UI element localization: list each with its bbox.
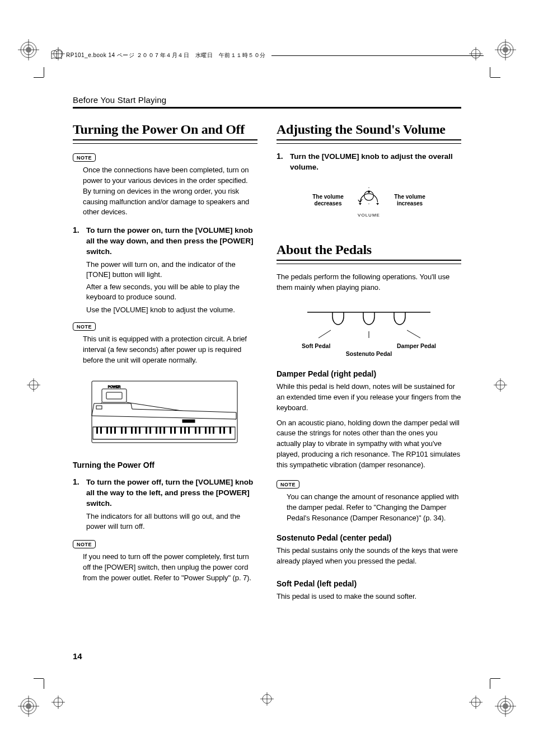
- svg-rect-51: [213, 427, 214, 434]
- damper-text: On an acoustic piano, holding down the d…: [277, 418, 461, 471]
- step-number: 1.: [73, 226, 82, 315]
- file-header-rule: [271, 55, 484, 56]
- crop-tick-icon: [490, 679, 500, 689]
- crop-cross-icon: [494, 378, 507, 392]
- heading-rule: [277, 260, 461, 264]
- svg-rect-41: [163, 427, 165, 434]
- svg-rect-49: [205, 427, 207, 434]
- volume-increase-label: The volume increases: [388, 194, 432, 207]
- step-bold: To turn the power off, turn the [VOLUME]…: [86, 477, 257, 509]
- svg-rect-48: [199, 427, 200, 434]
- book-icon: [50, 50, 63, 60]
- svg-point-60: [368, 203, 369, 204]
- pedal-intro: The pedals perform the following operati…: [277, 272, 461, 293]
- registration-mark-tl: [18, 39, 39, 60]
- svg-point-56: [368, 191, 370, 192]
- file-header-text: RP101_e.book 14 ページ ２００７年４月４日 水曜日 午前１１時５…: [66, 51, 266, 59]
- svg-rect-37: [146, 427, 147, 434]
- svg-rect-47: [195, 427, 196, 434]
- svg-point-8: [26, 703, 31, 709]
- crop-tick-icon: [490, 67, 500, 77]
- volume-decrease-label: The volume decreases: [306, 194, 350, 207]
- sostenuto-heading: Sostenuto Pedal (center pedal): [277, 533, 461, 542]
- svg-rect-44: [180, 427, 182, 434]
- crop-cross-icon: [51, 696, 65, 709]
- pedal-figure: Soft Pedal Damper Pedal Sostenuto Pedal: [277, 301, 461, 357]
- soft-pedal-label: Soft Pedal: [302, 342, 330, 349]
- step-text: Use the [VOLUME] knob to adjust the volu…: [86, 305, 257, 315]
- sostenuto-text: This pedal sustains only the sounds of t…: [277, 546, 461, 567]
- volume-caption: VOLUME: [355, 213, 382, 218]
- svg-rect-27: [96, 427, 98, 434]
- svg-line-63: [407, 330, 420, 338]
- page-number: 14: [73, 651, 82, 661]
- registration-mark-tr: [495, 39, 516, 60]
- step-number: 1.: [73, 477, 82, 532]
- note-label: NOTE: [73, 322, 96, 331]
- step-number: 1.: [277, 152, 285, 173]
- svg-rect-21: [106, 392, 122, 399]
- note-body: This unit is equipped with a protection …: [73, 334, 257, 366]
- crop-cross-icon: [260, 692, 274, 706]
- svg-point-2: [26, 47, 31, 53]
- subheading-off: Turning the Power Off: [73, 461, 257, 469]
- damper-text: While this pedal is held down, notes wil…: [277, 382, 461, 414]
- svg-rect-40: [160, 427, 161, 434]
- svg-point-59: [368, 187, 369, 188]
- svg-rect-31: [114, 427, 116, 434]
- step-bold: To turn the power on, turn the [VOLUME] …: [86, 226, 257, 257]
- soft-text: This pedal is used to make the sound sof…: [277, 591, 461, 602]
- svg-line-62: [318, 330, 331, 338]
- svg-point-11: [503, 703, 508, 709]
- step-text: After a few seconds, you will be able to…: [86, 282, 257, 302]
- soft-heading: Soft Pedal (left pedal): [277, 579, 461, 588]
- svg-marker-57: [359, 203, 362, 205]
- crop-cross-icon: [27, 378, 40, 392]
- svg-rect-42: [170, 427, 172, 434]
- svg-rect-36: [139, 427, 140, 434]
- heading-pedals: About the Pedals: [277, 242, 461, 257]
- svg-rect-29: [106, 427, 108, 434]
- volume-knob-icon: [355, 183, 382, 210]
- volume-figure: The volume decreases: [277, 183, 461, 218]
- note-body: Once the connections have been completed…: [73, 165, 257, 218]
- step-text: The power will turn on, and the indicato…: [86, 260, 257, 280]
- step-bold: Turn the [VOLUME] knob to adjust the ove…: [290, 152, 461, 173]
- heading-volume: Adjusting the Sound's Volume: [277, 122, 461, 137]
- note-label: NOTE: [277, 480, 299, 489]
- svg-rect-38: [149, 427, 151, 434]
- svg-rect-39: [156, 427, 157, 434]
- heading-power: Turning the Power On and Off: [73, 122, 257, 137]
- heading-rule: [277, 139, 461, 144]
- left-column: Turning the Power On and Off NOTE Once t…: [73, 122, 257, 607]
- note-label: NOTE: [73, 540, 96, 548]
- note-body: If you need to turn off the power comple…: [73, 552, 257, 584]
- step-text: The indicators for all buttons will go o…: [86, 511, 257, 532]
- svg-rect-23: [182, 420, 195, 422]
- svg-point-5: [503, 47, 508, 53]
- power-figure: POWER: [86, 375, 257, 448]
- svg-rect-34: [131, 427, 133, 434]
- svg-rect-46: [188, 427, 190, 434]
- registration-mark-br: [495, 696, 516, 717]
- svg-rect-30: [110, 427, 112, 434]
- svg-rect-53: [223, 427, 225, 434]
- svg-rect-33: [125, 427, 127, 434]
- svg-rect-52: [219, 427, 221, 434]
- svg-rect-28: [100, 427, 102, 434]
- right-column: Adjusting the Sound's Volume 1. Turn the…: [277, 122, 461, 607]
- damper-heading: Damper Pedal (right pedal): [277, 369, 461, 378]
- svg-rect-45: [184, 427, 186, 434]
- note-label: NOTE: [73, 153, 96, 162]
- sostenuto-pedal-label: Sostenuto Pedal: [346, 350, 392, 357]
- crop-tick-icon: [34, 679, 44, 689]
- file-header: RP101_e.book 14 ページ ２００７年４月４日 水曜日 午前１１時５…: [50, 50, 484, 60]
- running-head-rule: [73, 107, 461, 109]
- svg-marker-58: [376, 203, 379, 205]
- heading-rule: [73, 139, 257, 144]
- svg-rect-32: [121, 427, 123, 434]
- svg-rect-54: [229, 427, 231, 434]
- svg-rect-43: [174, 427, 176, 434]
- fig-label: POWER: [108, 385, 121, 388]
- svg-rect-50: [209, 427, 210, 434]
